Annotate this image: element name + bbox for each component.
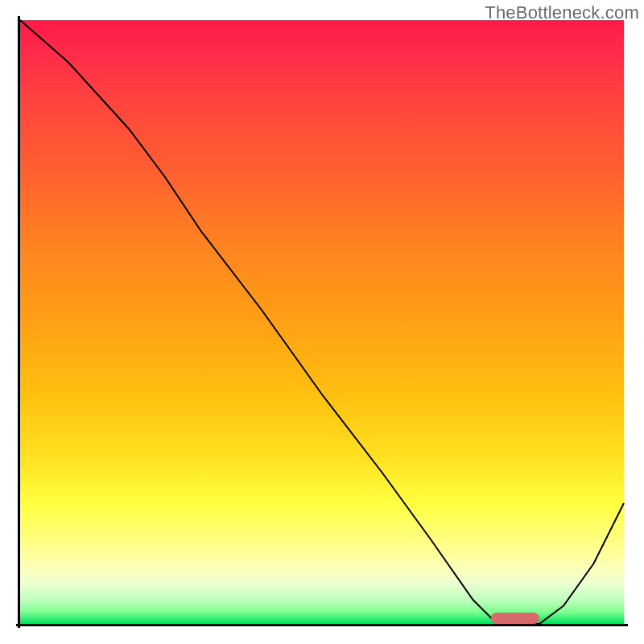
bottleneck-curve — [20, 20, 624, 624]
optimal-range-marker — [491, 613, 539, 624]
